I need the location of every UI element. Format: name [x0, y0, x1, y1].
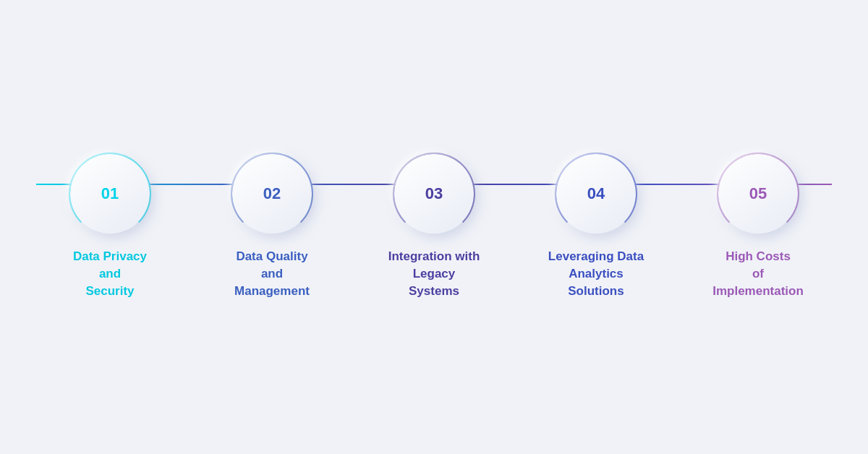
circle-wrapper-2: 02	[232, 154, 312, 234]
item-label-1: Data PrivacyandSecurity	[73, 248, 147, 299]
circle-number-2: 02	[263, 184, 281, 203]
circle-bg-1: 01	[70, 154, 150, 234]
circle-wrapper-4: 04	[556, 154, 636, 234]
circle-bg-3: 03	[394, 154, 474, 234]
item-4: 04 Leveraging DataAnalyticsSolutions	[531, 154, 661, 299]
item-2: 02 Data QualityandManagement	[207, 154, 337, 299]
item-label-4: Leveraging DataAnalyticsSolutions	[548, 248, 644, 299]
item-3: 03 Integration withLegacySystems	[369, 154, 499, 299]
item-1: 01 Data PrivacyandSecurity	[45, 154, 175, 299]
circle-number-1: 01	[101, 184, 119, 203]
circle-number-5: 05	[749, 184, 767, 203]
main-container: 01 Data PrivacyandSecurity 02 Data Quali…	[0, 154, 868, 299]
circle-wrapper-5: 05	[718, 154, 798, 234]
item-5: 05 High CostsofImplementation	[693, 154, 823, 299]
item-label-2: Data QualityandManagement	[234, 248, 310, 299]
circle-wrapper-3: 03	[394, 154, 474, 234]
item-label-3: Integration withLegacySystems	[388, 248, 480, 299]
circle-number-4: 04	[587, 184, 605, 203]
circle-bg-4: 04	[556, 154, 636, 234]
circle-bg-5: 05	[718, 154, 798, 234]
circle-wrapper-1: 01	[70, 154, 150, 234]
item-label-5: High CostsofImplementation	[712, 248, 804, 299]
items-row: 01 Data PrivacyandSecurity 02 Data Quali…	[0, 154, 868, 299]
circle-bg-2: 02	[232, 154, 312, 234]
circle-number-3: 03	[425, 184, 443, 203]
